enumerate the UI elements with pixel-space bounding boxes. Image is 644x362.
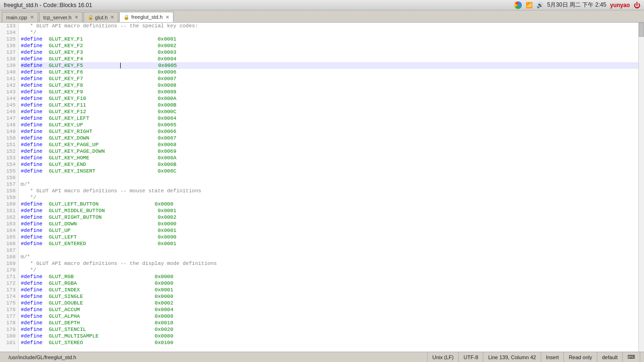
text-cursor bbox=[120, 63, 121, 68]
chrome-icon bbox=[514, 1, 522, 9]
code-line: #define GLUT_RGBA 0x0000 bbox=[21, 280, 638, 287]
code-line: #define GLUT_DOWN 0x0000 bbox=[21, 221, 638, 227]
line-number: 141 bbox=[0, 75, 18, 82]
status-filepath: /usr/include/GL/freeglut_std.h bbox=[4, 352, 428, 362]
code-line: #define GLUT_KEY_F11 0x000B bbox=[21, 102, 638, 108]
tab-close-glut[interactable]: ✕ bbox=[110, 15, 114, 20]
line-number: 135 bbox=[0, 36, 18, 42]
code-line: #define GLUT_KEY_F1 0x0001 bbox=[21, 36, 638, 42]
code-editor[interactable]: * GLUT API macro definitions -- the spec… bbox=[19, 23, 638, 352]
line-number: 165 bbox=[0, 234, 18, 240]
status-indent: default bbox=[597, 352, 623, 362]
code-line: */ bbox=[21, 29, 638, 36]
tab-label: freeglut_std.h bbox=[131, 14, 163, 20]
code-line: #define GLUT_KEY_HOME 0x006A bbox=[21, 155, 638, 161]
vertical-scrollbar[interactable] bbox=[638, 23, 644, 352]
code-line: #define GLUT_KEY_F8 0x0008 bbox=[21, 82, 638, 89]
line-number: 172 bbox=[0, 280, 18, 287]
code-line: #define GLUT_KEY_RIGHT 0x0066 bbox=[21, 128, 638, 135]
power-icon: ⏻ bbox=[634, 1, 640, 9]
code-line: #define GLUT_ACCUM 0x0004 bbox=[21, 306, 638, 313]
tab-close-tcp-server[interactable]: ✕ bbox=[74, 15, 78, 20]
line-number: 177 bbox=[0, 313, 18, 320]
statusbar: /usr/include/GL/freeglut_std.h Unix (LF)… bbox=[0, 352, 644, 362]
line-number: 181 bbox=[0, 339, 18, 346]
code-line: #define GLUT_DEPTH 0x0010 bbox=[21, 320, 638, 326]
line-number: 136 bbox=[0, 42, 18, 49]
code-line: #define GLUT_KEY_UP 0x0065 bbox=[21, 122, 638, 128]
datetime: 5月30日 周二 下午 2:45 bbox=[547, 1, 606, 9]
tab-close-freeglut[interactable]: ✕ bbox=[165, 15, 169, 20]
code-line: #define GLUT_KEY_DOWN 0x0067 bbox=[21, 135, 638, 141]
code-line: #define GLUT_MULTISAMPLE 0x0080 bbox=[21, 333, 638, 339]
code-line: #define GLUT_SINGLE 0x0000 bbox=[21, 293, 638, 300]
lock-icon-glut: 🔒 bbox=[88, 15, 93, 20]
code-line: #define GLUT_KEY_F7 0x0007 bbox=[21, 75, 638, 82]
line-number: 157 bbox=[0, 181, 18, 188]
wifi-icon: 📶 bbox=[526, 2, 533, 8]
tab-main-cpp[interactable]: main.cpp ✕ bbox=[2, 12, 38, 22]
line-number: 164 bbox=[0, 227, 18, 234]
line-number: 152 bbox=[0, 148, 18, 155]
status-encoding: UTF-8 bbox=[459, 352, 483, 362]
code-line: #define GLUT_KEY_END 0x006B bbox=[21, 161, 638, 168]
username: yunyao bbox=[610, 2, 630, 8]
code-line: #define GLUT_LEFT_BUTTON 0x0000 bbox=[21, 201, 638, 207]
line-number: 155 bbox=[0, 168, 18, 174]
tab-glut-h[interactable]: 🔒 glut.h ✕ bbox=[83, 12, 119, 22]
tab-label: tcp_server.h bbox=[43, 15, 72, 20]
line-number: 160 bbox=[0, 201, 18, 207]
line-number: 146 bbox=[0, 108, 18, 115]
tab-close-main-cpp[interactable]: ✕ bbox=[30, 15, 34, 20]
line-number: 134 bbox=[0, 29, 18, 36]
code-line: #define GLUT_DOUBLE 0x0002 bbox=[21, 300, 638, 306]
code-line: #define GLUT_KEY_F10 0x000A bbox=[21, 95, 638, 102]
code-line: */ bbox=[21, 194, 638, 201]
line-number: 176 bbox=[0, 306, 18, 313]
titlebar: freeglut_std.h - Code::Blocks 16.01 📶 🔊 … bbox=[0, 0, 644, 10]
editor-area: 1331341351361371381391401411421431441451… bbox=[0, 23, 644, 352]
line-number: 133 bbox=[0, 23, 18, 29]
code-line: * GLUT API macro definitions -- the spec… bbox=[21, 23, 638, 29]
tab-label: main.cpp bbox=[6, 15, 27, 20]
code-line: #define GLUT_KEY_F4 0x0004 bbox=[21, 56, 638, 62]
line-number: 162 bbox=[0, 214, 18, 221]
code-line: * GLUT API macro definitions -- mouse st… bbox=[21, 188, 638, 194]
code-line: ⊟/* bbox=[21, 181, 638, 188]
line-number: 170 bbox=[0, 267, 18, 273]
tabbar: main.cpp ✕ tcp_server.h ✕ 🔒 glut.h ✕ 🔒 f… bbox=[0, 10, 644, 23]
line-number: 166 bbox=[0, 240, 18, 247]
code-line: #define GLUT_KEY_INSERT 0x006C bbox=[21, 168, 638, 174]
status-line-ending: Unix (LF) bbox=[428, 352, 459, 362]
tab-label: glut.h bbox=[95, 15, 108, 20]
fold-marker[interactable]: ⊟ bbox=[21, 181, 24, 187]
line-number: 140 bbox=[0, 69, 18, 75]
line-number: 180 bbox=[0, 333, 18, 339]
tab-tcp-server-h[interactable]: tcp_server.h ✕ bbox=[39, 12, 83, 22]
speaker-icon: 🔊 bbox=[537, 2, 544, 8]
line-number: 178 bbox=[0, 320, 18, 326]
line-number: 161 bbox=[0, 207, 18, 214]
line-number: 159 bbox=[0, 194, 18, 201]
code-line: #define GLUT_RGB 0x0000 bbox=[21, 273, 638, 280]
line-number: 143 bbox=[0, 89, 18, 95]
tab-freeglut-std-h[interactable]: 🔒 freeglut_std.h ✕ bbox=[119, 12, 173, 22]
code-line: #define GLUT_KEY_F12 0x000C bbox=[21, 108, 638, 115]
line-number: 154 bbox=[0, 161, 18, 168]
status-position: Line 139, Column 42 bbox=[483, 352, 541, 362]
line-number: 145 bbox=[0, 102, 18, 108]
line-number: 169 bbox=[0, 260, 18, 267]
line-number: 174 bbox=[0, 293, 18, 300]
status-mode: Insert bbox=[541, 352, 564, 362]
line-number: 163 bbox=[0, 221, 18, 227]
line-number: 158 bbox=[0, 188, 18, 194]
code-line: #define GLUT_STEREO 0x0100 bbox=[21, 339, 638, 346]
fold-marker[interactable]: ⊟ bbox=[21, 254, 24, 260]
code-line: */ bbox=[21, 267, 638, 273]
code-line: #define GLUT_KEY_LEFT 0x0064 bbox=[21, 115, 638, 122]
status-readonly: Read only bbox=[564, 352, 597, 362]
code-line bbox=[21, 174, 638, 181]
line-numbers: 1331341351361371381391401411421431441451… bbox=[0, 23, 19, 352]
line-number: 148 bbox=[0, 122, 18, 128]
code-line: ⊟/* bbox=[21, 254, 638, 260]
